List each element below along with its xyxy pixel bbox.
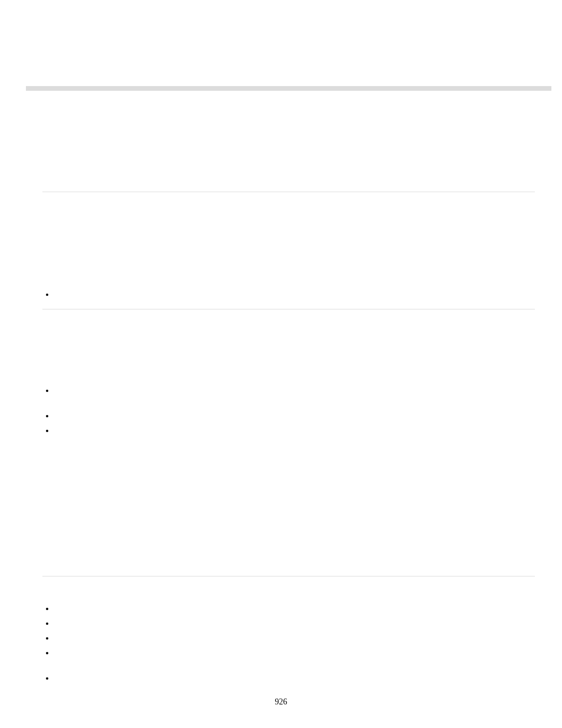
spacer — [42, 577, 535, 603]
spacer — [42, 296, 535, 309]
list-item — [42, 647, 535, 654]
bullet-icon — [46, 294, 48, 296]
page-number: 926 — [0, 697, 562, 707]
spacer — [42, 654, 535, 673]
bullet-icon — [46, 430, 48, 432]
spacer — [42, 309, 535, 385]
bullet-icon — [46, 677, 48, 680]
list-item — [42, 385, 535, 392]
list-item — [42, 603, 535, 610]
spacer — [42, 192, 535, 289]
spacer — [42, 610, 535, 618]
bullet-icon — [46, 652, 48, 654]
list-item — [42, 633, 535, 640]
list-item — [42, 618, 535, 625]
header-rule — [26, 86, 551, 91]
list-item — [42, 289, 535, 296]
spacer — [42, 417, 535, 425]
spacer — [42, 392, 535, 410]
list-item — [42, 410, 535, 417]
bullet-icon — [46, 608, 48, 610]
document-page: 926 — [0, 0, 562, 728]
bullet-icon — [46, 637, 48, 640]
spacer — [42, 625, 535, 633]
bullet-icon — [46, 415, 48, 417]
spacer — [42, 640, 535, 647]
list-item — [42, 425, 535, 432]
bullet-icon — [46, 622, 48, 625]
page-content — [42, 100, 535, 680]
spacer — [42, 432, 535, 576]
bullet-icon — [46, 390, 48, 392]
list-item — [42, 673, 535, 680]
spacer — [42, 100, 535, 192]
